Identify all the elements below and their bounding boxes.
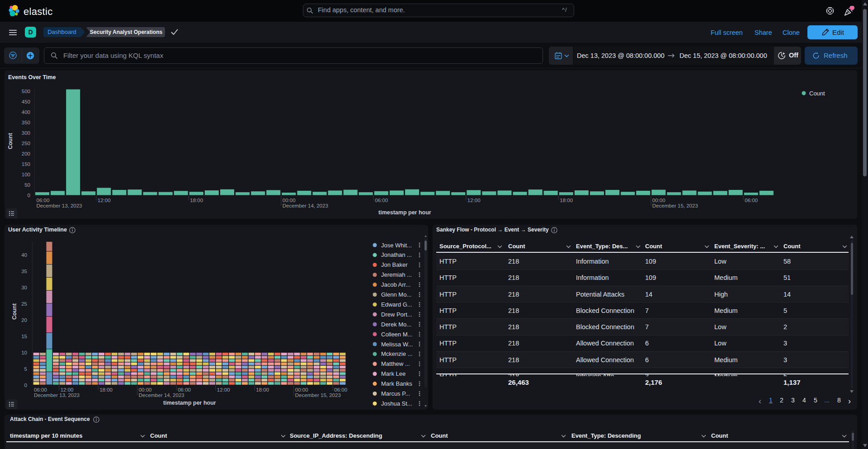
svg-text:Mark Banks: Mark Banks	[381, 380, 412, 387]
svg-text:Glenn Mo...: Glenn Mo...	[381, 291, 411, 298]
svg-text:0: 0	[28, 193, 30, 198]
svg-text:400: 400	[22, 109, 30, 115]
svg-text:December 15, 2023: December 15, 2023	[295, 392, 341, 398]
svg-text:December 13, 2023: December 13, 2023	[34, 392, 80, 398]
svg-text:5: 5	[24, 366, 27, 372]
svg-text:Edward G...: Edward G...	[381, 301, 412, 308]
svg-text:15: 15	[21, 334, 27, 339]
svg-text:100: 100	[22, 172, 30, 177]
svg-text:50: 50	[24, 182, 30, 188]
svg-text:Joshua St...: Joshua St...	[381, 400, 412, 407]
svg-text:Jose Whit...: Jose Whit...	[381, 242, 412, 249]
svg-text:Drew Port...: Drew Port...	[381, 311, 412, 318]
svg-text:0: 0	[24, 383, 27, 388]
svg-text:Jacob Arr...: Jacob Arr...	[381, 281, 410, 288]
svg-text:30: 30	[21, 285, 27, 290]
svg-text:Count: Count	[809, 90, 825, 97]
svg-text:150: 150	[22, 161, 30, 167]
svg-text:12:00: 12:00	[217, 387, 230, 392]
svg-text:Derek Mo...: Derek Mo...	[381, 321, 411, 328]
svg-text:06:00: 06:00	[178, 387, 191, 392]
svg-text:40: 40	[21, 252, 27, 258]
svg-text:Matthew ...: Matthew ...	[381, 360, 410, 367]
svg-text:00:00: 00:00	[139, 387, 152, 392]
svg-text:December 13, 2023: December 13, 2023	[37, 203, 82, 208]
svg-text:Jon Baker: Jon Baker	[381, 261, 408, 268]
svg-text:00:00: 00:00	[283, 198, 296, 203]
svg-text:Jeremiah ...: Jeremiah ...	[381, 271, 412, 278]
svg-text:250: 250	[22, 141, 30, 146]
svg-text:00:00: 00:00	[652, 198, 665, 203]
svg-text:December 15, 2023: December 15, 2023	[652, 203, 698, 208]
svg-text:12:00: 12:00	[98, 198, 111, 203]
svg-text:18:00: 18:00	[560, 198, 573, 203]
svg-text:18:00: 18:00	[99, 387, 113, 392]
svg-text:06:00: 06:00	[745, 198, 758, 203]
svg-text:Jonathan ...: Jonathan ...	[381, 251, 412, 258]
svg-text:06:00: 06:00	[34, 387, 47, 392]
svg-text:12:00: 12:00	[61, 387, 74, 392]
svg-text:Marcus P...: Marcus P...	[381, 390, 410, 397]
svg-text:Melissa W...: Melissa W...	[381, 341, 413, 348]
svg-text:December 14, 2023: December 14, 2023	[139, 392, 184, 398]
svg-text:200: 200	[22, 151, 30, 156]
svg-text:25: 25	[21, 301, 27, 307]
svg-text:00:00: 00:00	[295, 387, 308, 392]
svg-text:Colleen M...: Colleen M...	[381, 331, 412, 338]
svg-text:18:00: 18:00	[256, 387, 269, 392]
svg-text:18:00: 18:00	[190, 198, 203, 203]
svg-text:06:00: 06:00	[334, 387, 347, 392]
svg-text:December 14, 2023: December 14, 2023	[283, 203, 328, 208]
svg-text:350: 350	[22, 120, 30, 125]
svg-text:12:00: 12:00	[467, 198, 481, 203]
svg-text:450: 450	[22, 99, 30, 104]
svg-text:20: 20	[21, 317, 27, 323]
svg-text:10: 10	[21, 350, 27, 355]
svg-text:300: 300	[22, 130, 30, 136]
svg-text:06:00: 06:00	[375, 198, 388, 203]
svg-text:Mark Lee: Mark Lee	[381, 370, 406, 377]
svg-text:Mckenzie ...: Mckenzie ...	[381, 350, 412, 357]
svg-text:35: 35	[21, 269, 27, 274]
svg-text:500: 500	[22, 89, 30, 94]
svg-text:06:00: 06:00	[37, 198, 50, 203]
